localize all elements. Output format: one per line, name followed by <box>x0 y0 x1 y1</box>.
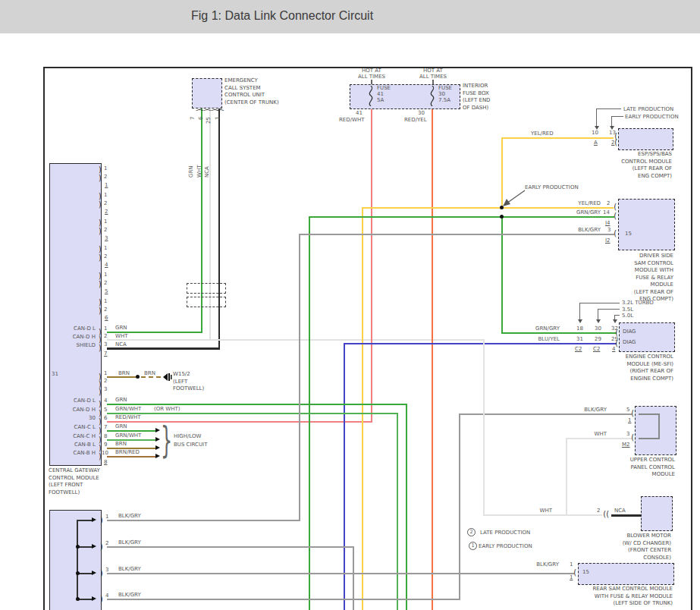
wire-label-blk-gry: BLK/GRY <box>578 227 601 233</box>
arrow-can-b-l <box>155 445 160 450</box>
pin-arc: ( <box>613 230 617 237</box>
caption-line: (RIGHT REAR OF <box>626 368 673 376</box>
frame-right <box>691 67 692 610</box>
driver-sam-box <box>618 199 675 250</box>
wire-grn-wht-pin5-vertical <box>397 413 398 610</box>
cgw-pin: 1 <box>104 298 107 304</box>
wire-grn-gry-to-ecm <box>501 332 617 334</box>
caption-line: (W/ CD CHANGER) <box>623 540 671 548</box>
wire-label-grn-wht: GRN/WHT <box>115 432 141 439</box>
bus-label: BUS CIRCUIT <box>174 442 207 448</box>
cgw-label-can-c-l: CAN-C L <box>74 424 96 430</box>
cgw-pin: 1 <box>104 165 107 171</box>
wire-label-brn: BRN <box>118 370 130 376</box>
arrow-can-b-h <box>155 454 160 458</box>
esp-module-caption: ESP/SPS/BAS CONTROL MODULE (LEFT REAR OF… <box>621 151 672 180</box>
pin-arc: ) <box>98 436 102 444</box>
caption-line: CALL SYSTEM <box>224 85 279 93</box>
cgw-label-can-d-l: CAN-D L <box>74 325 96 332</box>
wire-label-blk-gry: BLK/GRY <box>584 407 607 413</box>
pin-arc: ) <box>98 175 102 182</box>
pin-arc: ) <box>98 272 102 280</box>
wire-red-wht-vertical <box>371 108 372 422</box>
fuse-30-icon <box>428 86 437 106</box>
wire-label-wht: WHT <box>595 431 607 437</box>
caption-line: PANEL CONTROL <box>630 464 675 472</box>
cgw-pin: 1 <box>104 245 107 251</box>
caption-line: CENTRAL GATEWAY <box>49 467 100 475</box>
legend-late-label: LATE PRODUCTION <box>480 530 530 536</box>
ecm-pin: 31 <box>576 336 583 342</box>
wire-label-blk-gry: BLK/GRY <box>536 561 559 568</box>
wire-label-blk-gry: BLK/GRY <box>118 592 141 598</box>
caption-line: CONTROL MODULE <box>49 475 100 483</box>
pin-arc: ( <box>605 511 610 518</box>
fuse-41-output-pin: 41 <box>356 110 363 116</box>
bottom-box-arrow <box>92 544 96 549</box>
fuse-rating: 7.5A <box>438 97 450 103</box>
cgw-pin: 9 <box>104 442 107 448</box>
junction-dot-green <box>500 215 504 219</box>
cgw-pin: 5 <box>104 407 107 413</box>
fuse-30-output-pin: 30 <box>418 110 425 116</box>
cgw-pin: 6 <box>104 415 107 421</box>
pin-arc: ( <box>613 203 617 211</box>
wire-label-yel-red: YEL/RED <box>531 130 554 137</box>
legend-early-label: EARLY PRODUCTION <box>479 543 532 549</box>
caption-line: (CENTER OF TRUNK) <box>224 99 279 107</box>
cgw-pin: 2 <box>104 253 107 259</box>
blower-pin-2: 2 <box>597 508 600 514</box>
pin-arc: ) <box>99 517 104 524</box>
wire-blk-gry-pin4 <box>107 599 460 600</box>
wire-label-brn-red: BRN/RED <box>115 449 140 455</box>
cgw-pin: 1 <box>104 325 107 332</box>
bottom-pin: 1 <box>105 514 108 520</box>
pin-arc: ( <box>573 569 577 577</box>
caption-line: (FRONT CENTER <box>623 547 671 555</box>
cgw-pin: 8 <box>104 433 107 439</box>
ecm-caption: ENGINE CONTROL MODULE (ME-SFI) (RIGHT RE… <box>626 354 673 382</box>
wire-label-grn: GRN <box>115 397 127 403</box>
cgw-pin: 2 <box>104 200 107 206</box>
engine-line <box>598 309 598 320</box>
wire-blk-gry-pin2 <box>107 546 353 548</box>
pin-arc: ) <box>98 219 102 227</box>
engine-3-5l: 3.5L <box>622 307 633 313</box>
wire-label-grn-gry: GRN/GRY <box>576 209 601 215</box>
engine-line <box>579 303 620 303</box>
emergency-call-unit-box <box>192 78 222 108</box>
cgw-caption: CENTRAL GATEWAY CONTROL MODULE (LEFT FRO… <box>49 467 100 496</box>
bottom-module-box <box>49 510 102 610</box>
sam-pin-3: 3 <box>607 227 611 233</box>
wire-nca-shield <box>107 347 220 350</box>
caption-line: W15/2 <box>173 371 204 379</box>
early-arrow-line <box>611 116 623 117</box>
cgw-pin: 4 <box>104 398 107 404</box>
caption-line: MODULE <box>630 471 675 479</box>
wire-label-blu-yel: BLU/YEL <box>538 336 560 342</box>
bottom-box-arrow <box>92 517 96 522</box>
cgw-conn-id: 1 <box>105 182 108 188</box>
bottom-pin: 3 <box>105 567 108 573</box>
caption-line: ENGINE CONTROL <box>626 354 673 361</box>
cgw-pin: 1 <box>104 192 107 198</box>
sam-conn-i2: I2 <box>605 237 611 244</box>
wire-brn-dashed <box>141 376 161 378</box>
pin-arc: ) <box>98 401 102 408</box>
wire-brn-red-can-b-h <box>107 456 155 458</box>
cgw-conn-id: 3 <box>105 235 108 241</box>
junction-dot <box>76 571 80 575</box>
wire-yel-red-to-sam <box>362 207 614 209</box>
pin-arc: ) <box>98 193 102 200</box>
wire-label-brn: BRN <box>144 370 155 376</box>
wire-nca-emergency <box>218 108 220 348</box>
pin-arc: ) <box>98 228 102 235</box>
bottom-pin: 2 <box>105 540 108 546</box>
hot-at-label: HOT AT <box>414 68 452 74</box>
ucp-internal-link <box>639 413 660 415</box>
all-times-label: ALL TIMES <box>353 74 391 80</box>
engine-line <box>579 303 580 320</box>
caption-line: ESP/SPS/BAS <box>621 151 672 159</box>
early-production-label: EARLY PRODUCTION <box>625 114 679 120</box>
caption-line: MODULE <box>634 281 673 289</box>
